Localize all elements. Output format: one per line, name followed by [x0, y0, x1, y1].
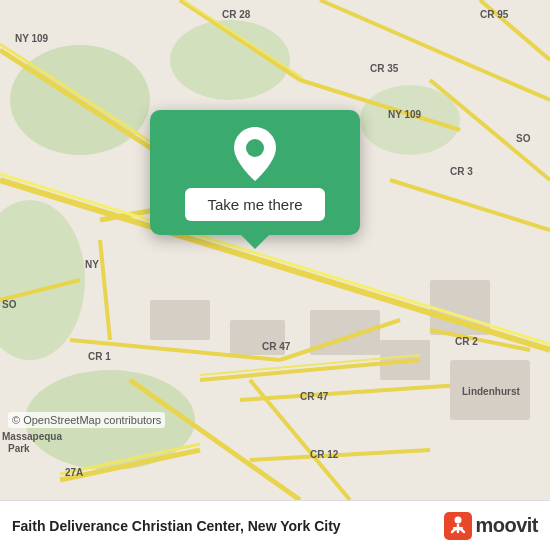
svg-point-5: [360, 85, 460, 155]
svg-text:CR 3: CR 3: [450, 166, 473, 177]
popup-card: Take me there: [150, 110, 360, 235]
svg-text:CR 47: CR 47: [300, 391, 329, 402]
location-pin-icon: [229, 128, 281, 180]
svg-text:NY 109: NY 109: [15, 33, 49, 44]
take-me-there-button[interactable]: Take me there: [185, 188, 324, 221]
map-attribution: © OpenStreetMap contributors: [8, 412, 165, 428]
svg-text:CR 95: CR 95: [480, 9, 509, 20]
svg-text:SO: SO: [2, 299, 17, 310]
svg-text:CR 12: CR 12: [310, 449, 339, 460]
svg-rect-6: [150, 300, 210, 340]
moovit-icon: [444, 512, 472, 540]
svg-point-56: [246, 139, 264, 157]
svg-point-58: [455, 516, 462, 523]
moovit-text: moovit: [475, 514, 538, 537]
svg-text:Park: Park: [8, 443, 30, 454]
svg-text:SO: SO: [516, 133, 531, 144]
bottom-bar: Faith Deliverance Christian Center, New …: [0, 500, 550, 550]
svg-text:27A: 27A: [65, 467, 83, 478]
svg-text:Lindenhurst: Lindenhurst: [462, 386, 520, 397]
svg-text:CR 1: CR 1: [88, 351, 111, 362]
place-name: Faith Deliverance Christian Center, New …: [12, 518, 444, 534]
map-container: NY 109 CR 28 CR 95 CR 35 NY 109 CR 3 SO …: [0, 0, 550, 500]
moovit-logo: moovit: [444, 512, 538, 540]
svg-text:CR 28: CR 28: [222, 9, 251, 20]
svg-text:NY: NY: [85, 259, 99, 270]
svg-text:CR 2: CR 2: [455, 336, 478, 347]
svg-text:Massapequa: Massapequa: [2, 431, 62, 442]
svg-text:NY 109: NY 109: [388, 109, 422, 120]
svg-text:CR 35: CR 35: [370, 63, 399, 74]
svg-text:CR 47: CR 47: [262, 341, 291, 352]
